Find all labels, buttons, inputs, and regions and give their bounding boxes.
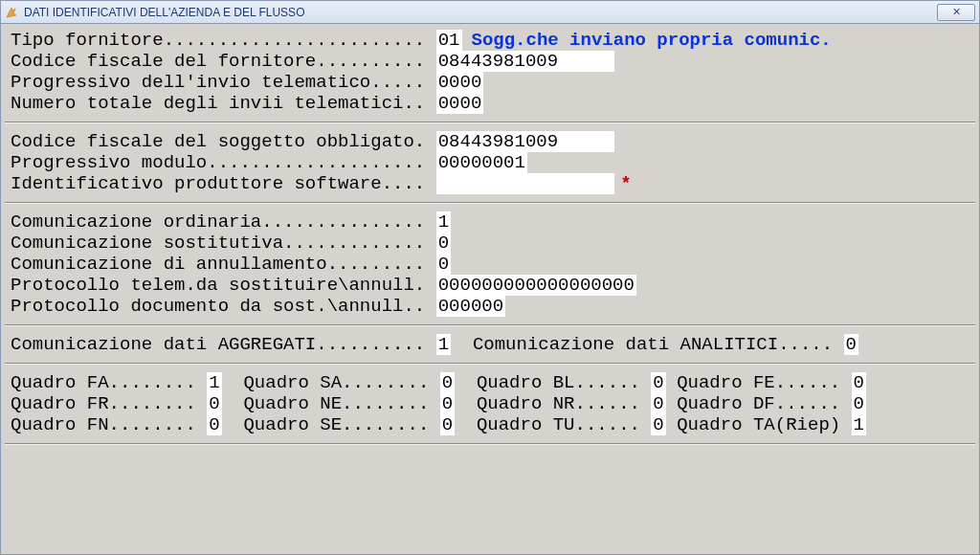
- tipo-fornitore-input[interactable]: 01: [436, 30, 462, 51]
- cf-fornitore-input[interactable]: 08443981009: [436, 51, 614, 72]
- quadro-fr-label: Quadro FR........: [11, 393, 207, 414]
- quadro-fa-label: Quadro FA........: [11, 372, 207, 393]
- com-aggregati-label: Comunicazione dati AGGREGATI..........: [11, 334, 436, 355]
- cf-soggetto-label: Codice fiscale del soggetto obbligato.: [11, 131, 436, 152]
- quadro-nr-input[interactable]: 0: [651, 393, 665, 414]
- quadro-nr-label: Quadro NR......: [477, 393, 651, 414]
- quadro-ne-label: Quadro NE........: [243, 393, 439, 414]
- quadro-tu-label: Quadro TU......: [477, 414, 651, 435]
- quadro-df-input[interactable]: 0: [852, 393, 866, 414]
- com-annullamento-label: Comunicazione di annullamento.........: [11, 254, 436, 275]
- prot-telem-label: Protocollo telem.da sostituire\annull.: [11, 275, 436, 296]
- quadro-fn-label: Quadro FN........: [11, 414, 207, 435]
- divider: [5, 324, 975, 326]
- com-aggregati-input[interactable]: 1: [436, 334, 451, 355]
- divider: [5, 202, 975, 204]
- tipo-fornitore-label: Tipo fornitore........................: [11, 30, 436, 51]
- quadro-fr-input[interactable]: 0: [207, 393, 221, 414]
- required-marker: *: [620, 173, 631, 194]
- prog-invio-input[interactable]: 0000: [436, 72, 484, 93]
- num-tot-invii-input[interactable]: 0000: [436, 93, 484, 114]
- com-analitici-label: Comunicazione dati ANALITICI.....: [473, 334, 844, 355]
- quadro-tu-input[interactable]: 0: [651, 414, 665, 435]
- prot-telem-input[interactable]: 000000000000000000: [436, 275, 636, 296]
- quadro-ta-input[interactable]: 1: [852, 414, 866, 435]
- tipo-fornitore-desc: Sogg.che inviano propria comunic.: [472, 30, 832, 51]
- quadri-grid: Quadro FA........ 1 Quadro SA........ 0 …: [11, 372, 969, 435]
- com-ordinaria-input[interactable]: 1: [436, 211, 451, 233]
- prog-invio-label: Progressivo dell'invio telematico.....: [11, 72, 436, 93]
- quadro-sa-input[interactable]: 0: [440, 372, 455, 393]
- quadro-df-label: Quadro DF......: [677, 393, 851, 414]
- quadro-fe-input[interactable]: 0: [852, 372, 866, 393]
- content-area: Tipo fornitore........................ 0…: [1, 24, 979, 554]
- close-icon: ✕: [952, 6, 961, 18]
- id-prod-sw-label: Identificativo produttore software....: [11, 173, 436, 194]
- com-annullamento-input[interactable]: 0: [436, 254, 451, 275]
- prot-doc-input[interactable]: 000000: [436, 296, 505, 317]
- cf-fornitore-label: Codice fiscale del fornitore..........: [11, 51, 436, 72]
- prog-modulo-label: Progressivo modulo....................: [11, 152, 436, 173]
- divider: [5, 122, 975, 123]
- com-sostitutiva-label: Comunicazione sostitutiva.............: [11, 233, 436, 254]
- com-ordinaria-label: Comunicazione ordinaria...............: [11, 211, 436, 233]
- app-icon: [5, 6, 18, 19]
- divider: [5, 443, 975, 445]
- num-tot-invii-label: Numero totale degli invii telematici..: [11, 93, 436, 114]
- quadro-ta-label: Quadro TA(Riep): [677, 414, 851, 435]
- quadro-fe-label: Quadro FE......: [677, 372, 851, 393]
- prog-modulo-input[interactable]: 00000001: [436, 152, 527, 173]
- quadro-fn-input[interactable]: 0: [207, 414, 221, 435]
- com-analitici-input[interactable]: 0: [844, 334, 858, 355]
- titlebar: DATI IDENTIFICATIVI DELL'AZIENDA E DEL F…: [1, 1, 979, 24]
- com-sostitutiva-input[interactable]: 0: [436, 233, 451, 254]
- quadro-ne-input[interactable]: 0: [440, 393, 455, 414]
- dialog-window: DATI IDENTIFICATIVI DELL'AZIENDA E DEL F…: [0, 0, 980, 555]
- window-title: DATI IDENTIFICATIVI DELL'AZIENDA E DEL F…: [24, 6, 304, 19]
- quadro-se-label: Quadro SE........: [243, 414, 439, 435]
- quadro-fa-input[interactable]: 1: [207, 372, 221, 393]
- quadro-bl-input[interactable]: 0: [651, 372, 665, 393]
- cf-soggetto-input[interactable]: 08443981009: [436, 131, 614, 152]
- quadro-bl-label: Quadro BL......: [477, 372, 651, 393]
- prot-doc-label: Protocollo documento da sost.\annull..: [11, 296, 436, 317]
- quadro-sa-label: Quadro SA........: [243, 372, 439, 393]
- id-prod-sw-input[interactable]: [436, 173, 614, 194]
- divider: [5, 363, 975, 365]
- close-button[interactable]: ✕: [937, 4, 975, 21]
- quadro-se-input[interactable]: 0: [440, 414, 455, 435]
